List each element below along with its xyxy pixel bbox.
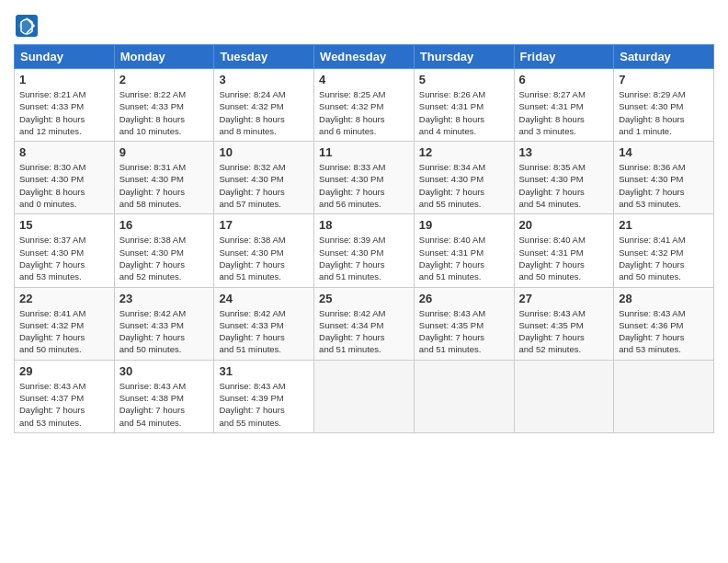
logo-icon (14, 13, 40, 39)
day-number: 20 (519, 218, 609, 232)
day-detail: Sunrise: 8:37 AMSunset: 4:30 PMDaylight:… (19, 234, 109, 282)
day-number: 14 (619, 145, 709, 159)
day-detail: Sunrise: 8:29 AMSunset: 4:30 PMDaylight:… (619, 88, 709, 137)
calendar-cell: 28Sunrise: 8:43 AMSunset: 4:36 PMDayligh… (614, 287, 714, 360)
calendar-cell: 1Sunrise: 8:21 AMSunset: 4:33 PMDaylight… (15, 69, 115, 142)
day-number: 16 (119, 218, 210, 232)
week-row-4: 22Sunrise: 8:41 AMSunset: 4:32 PMDayligh… (15, 287, 714, 360)
day-detail: Sunrise: 8:22 AMSunset: 4:33 PMDaylight:… (119, 88, 210, 137)
day-detail: Sunrise: 8:30 AMSunset: 4:30 PMDaylight:… (19, 161, 109, 210)
day-number: 27 (519, 292, 609, 305)
day-number: 31 (219, 364, 309, 378)
calendar-cell: 16Sunrise: 8:38 AMSunset: 4:30 PMDayligh… (114, 214, 214, 287)
calendar-cell: 4Sunrise: 8:25 AMSunset: 4:32 PMDaylight… (314, 69, 415, 142)
calendar-cell: 22Sunrise: 8:41 AMSunset: 4:32 PMDayligh… (15, 287, 115, 360)
calendar-cell: 13Sunrise: 8:35 AMSunset: 4:30 PMDayligh… (514, 142, 614, 214)
calendar-cell: 6Sunrise: 8:27 AMSunset: 4:31 PMDaylight… (514, 69, 614, 142)
day-detail: Sunrise: 8:43 AMSunset: 4:38 PMDaylight:… (119, 380, 210, 429)
calendar-cell (614, 360, 714, 432)
day-number: 2 (119, 73, 210, 86)
calendar-cell: 10Sunrise: 8:32 AMSunset: 4:30 PMDayligh… (214, 142, 314, 214)
day-detail: Sunrise: 8:38 AMSunset: 4:30 PMDaylight:… (219, 234, 309, 282)
day-number: 15 (19, 218, 109, 232)
calendar-cell: 20Sunrise: 8:40 AMSunset: 4:31 PMDayligh… (514, 214, 614, 287)
calendar-cell: 21Sunrise: 8:41 AMSunset: 4:32 PMDayligh… (614, 214, 714, 287)
weekday-header-tuesday: Tuesday (214, 45, 314, 69)
day-number: 30 (119, 364, 210, 378)
calendar-cell: 17Sunrise: 8:38 AMSunset: 4:30 PMDayligh… (214, 214, 314, 287)
week-row-5: 29Sunrise: 8:43 AMSunset: 4:37 PMDayligh… (15, 360, 714, 432)
calendar-cell (314, 360, 415, 432)
calendar: SundayMondayTuesdayWednesdayThursdayFrid… (14, 44, 714, 433)
weekday-header-wednesday: Wednesday (314, 45, 415, 69)
day-detail: Sunrise: 8:40 AMSunset: 4:31 PMDaylight:… (519, 234, 609, 282)
day-number: 6 (519, 73, 609, 86)
calendar-cell: 12Sunrise: 8:34 AMSunset: 4:30 PMDayligh… (414, 142, 514, 214)
calendar-cell: 8Sunrise: 8:30 AMSunset: 4:30 PMDaylight… (15, 142, 115, 214)
day-detail: Sunrise: 8:31 AMSunset: 4:30 PMDaylight:… (119, 161, 210, 210)
calendar-cell (414, 360, 514, 432)
day-number: 1 (19, 73, 109, 86)
day-number: 5 (419, 73, 509, 86)
day-number: 7 (619, 73, 709, 86)
day-detail: Sunrise: 8:24 AMSunset: 4:32 PMDaylight:… (219, 88, 309, 137)
calendar-cell: 24Sunrise: 8:42 AMSunset: 4:33 PMDayligh… (214, 287, 314, 360)
calendar-cell: 9Sunrise: 8:31 AMSunset: 4:30 PMDaylight… (114, 142, 214, 214)
day-number: 11 (319, 145, 409, 159)
day-detail: Sunrise: 8:33 AMSunset: 4:30 PMDaylight:… (319, 161, 409, 210)
calendar-cell: 7Sunrise: 8:29 AMSunset: 4:30 PMDaylight… (614, 69, 714, 142)
day-number: 10 (219, 145, 309, 159)
day-number: 12 (419, 145, 509, 159)
day-number: 19 (419, 218, 509, 232)
calendar-cell: 26Sunrise: 8:43 AMSunset: 4:35 PMDayligh… (414, 287, 514, 360)
day-detail: Sunrise: 8:42 AMSunset: 4:33 PMDaylight:… (119, 307, 210, 356)
weekday-header-friday: Friday (514, 45, 614, 69)
day-number: 29 (19, 364, 109, 378)
day-detail: Sunrise: 8:41 AMSunset: 4:32 PMDaylight:… (19, 307, 109, 356)
calendar-cell: 29Sunrise: 8:43 AMSunset: 4:37 PMDayligh… (15, 360, 115, 432)
day-number: 18 (319, 218, 409, 232)
weekday-header-thursday: Thursday (414, 45, 514, 69)
calendar-cell (514, 360, 614, 432)
weekday-header-saturday: Saturday (614, 45, 714, 69)
day-number: 3 (219, 73, 309, 86)
calendar-cell: 18Sunrise: 8:39 AMSunset: 4:30 PMDayligh… (314, 214, 415, 287)
day-number: 17 (219, 218, 309, 232)
day-detail: Sunrise: 8:27 AMSunset: 4:31 PMDaylight:… (519, 88, 609, 137)
day-detail: Sunrise: 8:41 AMSunset: 4:32 PMDaylight:… (619, 234, 709, 282)
day-detail: Sunrise: 8:36 AMSunset: 4:30 PMDaylight:… (619, 161, 709, 210)
day-detail: Sunrise: 8:42 AMSunset: 4:33 PMDaylight:… (219, 307, 309, 356)
week-row-3: 15Sunrise: 8:37 AMSunset: 4:30 PMDayligh… (15, 214, 714, 287)
day-detail: Sunrise: 8:25 AMSunset: 4:32 PMDaylight:… (319, 88, 409, 137)
header (14, 9, 714, 39)
day-number: 22 (19, 292, 109, 305)
day-number: 8 (19, 145, 109, 159)
day-detail: Sunrise: 8:34 AMSunset: 4:30 PMDaylight:… (419, 161, 509, 210)
calendar-cell: 27Sunrise: 8:43 AMSunset: 4:35 PMDayligh… (514, 287, 614, 360)
logo (14, 13, 43, 39)
weekday-header-row: SundayMondayTuesdayWednesdayThursdayFrid… (15, 45, 714, 69)
day-number: 9 (119, 145, 210, 159)
day-number: 24 (219, 292, 309, 305)
page: SundayMondayTuesdayWednesdayThursdayFrid… (0, 0, 728, 563)
day-detail: Sunrise: 8:39 AMSunset: 4:30 PMDaylight:… (319, 234, 409, 282)
day-number: 13 (519, 145, 609, 159)
calendar-cell: 5Sunrise: 8:26 AMSunset: 4:31 PMDaylight… (414, 69, 514, 142)
day-number: 25 (319, 292, 409, 305)
day-number: 23 (119, 292, 210, 305)
day-detail: Sunrise: 8:43 AMSunset: 4:39 PMDaylight:… (219, 380, 309, 429)
day-detail: Sunrise: 8:32 AMSunset: 4:30 PMDaylight:… (219, 161, 309, 210)
day-detail: Sunrise: 8:43 AMSunset: 4:37 PMDaylight:… (19, 380, 109, 429)
day-number: 4 (319, 73, 409, 86)
calendar-cell: 11Sunrise: 8:33 AMSunset: 4:30 PMDayligh… (314, 142, 415, 214)
weekday-header-sunday: Sunday (15, 45, 115, 69)
day-detail: Sunrise: 8:40 AMSunset: 4:31 PMDaylight:… (419, 234, 509, 282)
calendar-cell: 19Sunrise: 8:40 AMSunset: 4:31 PMDayligh… (414, 214, 514, 287)
day-detail: Sunrise: 8:38 AMSunset: 4:30 PMDaylight:… (119, 234, 210, 282)
day-detail: Sunrise: 8:26 AMSunset: 4:31 PMDaylight:… (419, 88, 509, 137)
day-number: 21 (619, 218, 709, 232)
calendar-cell: 3Sunrise: 8:24 AMSunset: 4:32 PMDaylight… (214, 69, 314, 142)
calendar-cell: 25Sunrise: 8:42 AMSunset: 4:34 PMDayligh… (314, 287, 415, 360)
week-row-1: 1Sunrise: 8:21 AMSunset: 4:33 PMDaylight… (15, 69, 714, 142)
weekday-header-monday: Monday (114, 45, 214, 69)
